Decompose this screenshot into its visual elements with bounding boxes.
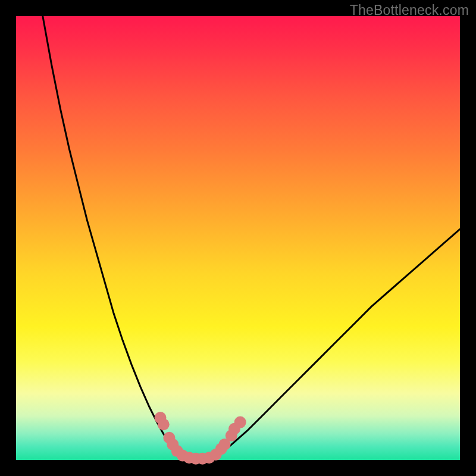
pink-marker: [158, 418, 170, 430]
chart-svg: [16, 16, 460, 460]
bottleneck-curve: [43, 16, 460, 459]
chart-plot-area: [16, 16, 460, 460]
watermark: TheBottleneck.com: [350, 2, 469, 18]
chart-frame: TheBottleneck.com: [0, 0, 476, 476]
markers-group: [155, 412, 246, 465]
pink-marker: [234, 416, 246, 428]
